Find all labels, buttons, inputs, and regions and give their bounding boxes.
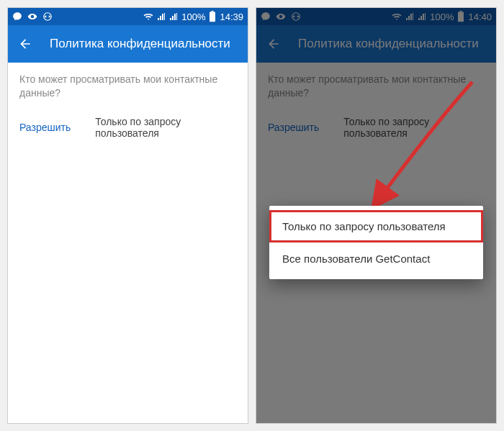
dialog-option-all-users[interactable]: Все пользователи GetContact	[269, 242, 483, 275]
back-arrow-icon[interactable]	[18, 37, 32, 51]
setting-label: Разрешить	[19, 122, 71, 133]
status-time: 14:39	[220, 12, 243, 22]
phone-screen-right: 100% 14:40 Политика конфиденциальности К…	[256, 7, 497, 424]
signal-icon-1	[157, 12, 166, 21]
svg-rect-2	[212, 11, 214, 12]
battery-percent: 100%	[181, 12, 205, 22]
setting-row[interactable]: Разрешить Только по запросу пользователя	[19, 116, 236, 139]
messenger-icon	[12, 12, 22, 22]
phone-screen-left: 100% 14:39 Политика конфиденциальности К…	[7, 7, 248, 424]
eye-icon	[27, 12, 38, 22]
teamviewer-icon	[42, 12, 53, 22]
setting-value: Только по запросу пользователя	[95, 116, 236, 139]
content-area: Кто может просматривать мои контактные д…	[8, 63, 248, 423]
status-bar: 100% 14:39	[8, 8, 248, 25]
app-title: Политика конфиденциальности	[50, 37, 230, 51]
signal-icon-2	[169, 12, 178, 21]
wifi-icon	[143, 12, 153, 22]
section-header: Кто может просматривать мои контактные д…	[19, 73, 236, 100]
app-bar: Политика конфиденциальности	[8, 25, 248, 63]
options-dialog: Только по запросу пользователя Все польз…	[269, 206, 483, 279]
svg-rect-1	[210, 12, 215, 22]
dialog-option-on-request[interactable]: Только по запросу пользователя	[269, 210, 483, 242]
battery-icon	[209, 11, 216, 22]
